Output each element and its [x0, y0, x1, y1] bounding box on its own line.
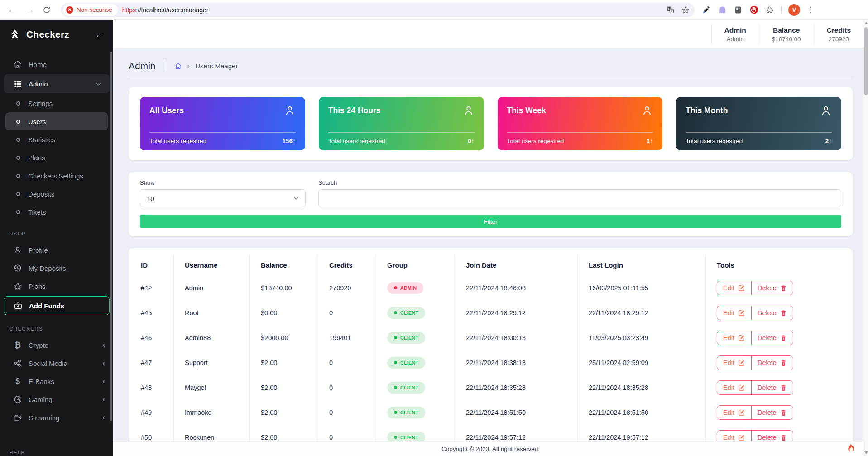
cell-credits: 0 — [318, 400, 376, 425]
sidebar-item-users[interactable]: Users — [5, 112, 108, 130]
edit-button[interactable]: Edit — [717, 331, 751, 345]
page-scrollbar[interactable] — [863, 20, 868, 456]
sidebar-collapse-icon[interactable]: ← — [95, 29, 104, 40]
edit-button[interactable]: Edit — [717, 306, 751, 320]
bitcoin-icon: ₿ — [13, 341, 23, 350]
cell-group: CLIENT — [376, 350, 455, 375]
sidebar-item-plans-user[interactable]: Plans — [0, 277, 113, 295]
cell-group: ADMIN — [376, 275, 455, 300]
stat-card: All Users Total users regestred 156↑ — [140, 97, 305, 150]
brand-name: Checkerz — [26, 29, 69, 40]
reload-icon[interactable] — [43, 6, 53, 14]
show-select[interactable]: 10 — [140, 189, 306, 207]
col-header-balance: Balance — [249, 254, 318, 275]
section-label-user: USER — [0, 221, 113, 241]
delete-button[interactable]: Delete — [751, 331, 793, 345]
search-input[interactable] — [318, 189, 841, 207]
dark-extension-icon[interactable] — [734, 5, 743, 14]
profile-avatar[interactable]: V — [788, 4, 800, 16]
cell-join-date: 22/11/2024 18:38:13 — [455, 350, 577, 375]
url-text[interactable]: https://localhost/usersmanager — [122, 6, 209, 14]
cell-group: CLIENT — [376, 375, 455, 400]
adblock-hand-extension-icon[interactable] — [749, 5, 758, 14]
scrollbar-thumb[interactable] — [864, 27, 868, 95]
table-body: #42 Admin $18740.00 270920 ADMIN 22/11/2… — [140, 275, 841, 456]
edit-button[interactable]: Edit — [717, 281, 751, 295]
sidebar-item-statistics[interactable]: Statistics — [0, 130, 113, 149]
scrollbar-down-arrow[interactable] — [864, 451, 868, 454]
sidebar-item-gaming[interactable]: Gaming ‹ — [0, 390, 113, 408]
cell-id: #45 — [140, 300, 173, 325]
breadcrumb-divider — [165, 60, 165, 72]
stat-card-note: Total users regestred — [507, 138, 564, 144]
briefcase-plus-icon — [13, 301, 23, 310]
sidebar-item-plans-admin[interactable]: Plans — [0, 149, 113, 167]
sidebar-item-add-funds[interactable]: Add Funds — [4, 296, 110, 315]
translate-icon[interactable]: G文 — [666, 5, 675, 14]
address-bar[interactable]: ✕ Non sécurisé https://localhost/usersma… — [61, 3, 695, 17]
bookmark-star-icon[interactable] — [681, 5, 690, 14]
sidebar-item-crypto[interactable]: ₿ Crypto ‹ — [0, 336, 113, 354]
table-row: #49 Immaoko $2.00 0 CLIENT 22/11/2024 18… — [140, 400, 841, 425]
delete-button[interactable]: Delete — [751, 406, 793, 419]
cell-balance: $18740.00 — [249, 275, 318, 300]
delete-button[interactable]: Delete — [751, 306, 793, 320]
stat-card: This Month Total users regestred 2↑ — [676, 97, 841, 150]
row-tool-group: Edit Delete — [717, 355, 793, 370]
row-tool-group: Edit Delete — [717, 380, 793, 395]
cell-join-date: 22/11/2024 18:00:13 — [455, 325, 577, 350]
chevron-down-icon — [96, 81, 101, 87]
sidebar-item-checkers-settings[interactable]: Checkers Settings — [0, 167, 113, 185]
forward-icon[interactable]: → — [24, 5, 35, 15]
sidebar-item-e-banks[interactable]: $ E-Banks ‹ — [0, 372, 113, 390]
edit-pencil-icon — [738, 384, 745, 391]
sidebar-item-social-media[interactable]: Social Media ‹ — [0, 354, 113, 372]
topbar-balance: Balance $18740.00 — [759, 24, 814, 45]
badge-dot-icon — [394, 361, 397, 364]
sidebar-item-deposits[interactable]: Deposits — [0, 185, 113, 203]
svg-text:文: 文 — [670, 10, 673, 13]
cell-credits: 0 — [318, 375, 376, 400]
sidebar-item-tikets[interactable]: Tikets — [0, 203, 113, 221]
grid-icon — [13, 80, 23, 88]
extensions-row: V ⋮ — [702, 4, 815, 16]
trash-icon — [780, 384, 787, 391]
stat-card-divider — [149, 132, 296, 133]
filter-button[interactable]: Filter — [140, 215, 841, 228]
sidebar-item-streaming[interactable]: Streaming ‹ — [0, 408, 113, 427]
cell-last-login: 22/11/2024 18:35:28 — [577, 375, 705, 400]
cell-balance: $2.00 — [249, 375, 318, 400]
security-chip[interactable]: ✕ Non sécurisé — [63, 4, 118, 16]
ghost-extension-icon[interactable] — [718, 5, 727, 14]
scrollbar-up-arrow[interactable] — [864, 22, 868, 24]
delete-button[interactable]: Delete — [751, 281, 793, 295]
cell-balance: $2000.00 — [249, 325, 318, 350]
back-icon[interactable]: ← — [6, 5, 17, 15]
cell-credits: 199401 — [318, 325, 376, 350]
sidebar-item-my-deposits[interactable]: My Deposits — [0, 259, 113, 277]
edit-button[interactable]: Edit — [717, 406, 751, 419]
breadcrumb-home-icon[interactable] — [174, 62, 182, 70]
cell-last-login: 11/03/2025 03:23:49 — [577, 325, 705, 350]
table-row: #48 Maygel $2.00 0 CLIENT 22/11/2024 18:… — [140, 375, 841, 400]
delete-button[interactable]: Delete — [751, 381, 793, 394]
eyedropper-extension-icon[interactable] — [702, 5, 711, 14]
sidebar-item-home[interactable]: Home — [0, 55, 113, 73]
sidebar-item-admin[interactable]: Admin — [4, 74, 110, 93]
cell-last-login: 22/11/2024 18:51:50 — [577, 400, 705, 425]
edit-button[interactable]: Edit — [717, 356, 751, 370]
cell-tools: Edit Delete — [705, 300, 841, 325]
extensions-puzzle-icon[interactable] — [765, 5, 774, 14]
browser-toolbar: ← → ✕ Non sécurisé https://localhost/use… — [0, 0, 868, 20]
delete-button[interactable]: Delete — [751, 356, 793, 370]
toolbar-separator — [781, 6, 782, 14]
cell-balance: $0.00 — [249, 300, 318, 325]
sidebar-item-settings[interactable]: Settings — [0, 94, 113, 112]
chrome-menu-icon[interactable]: ⋮ — [807, 5, 815, 14]
edit-button[interactable]: Edit — [717, 381, 751, 394]
cell-username: Admin88 — [173, 325, 249, 350]
sidebar-scrollbar[interactable] — [110, 52, 112, 421]
brand-row: Checkerz ← — [0, 20, 113, 49]
sidebar-item-profile[interactable]: Profile — [0, 241, 113, 259]
users-table-panel: ID Username Balance Credits Group Join D… — [129, 248, 853, 456]
